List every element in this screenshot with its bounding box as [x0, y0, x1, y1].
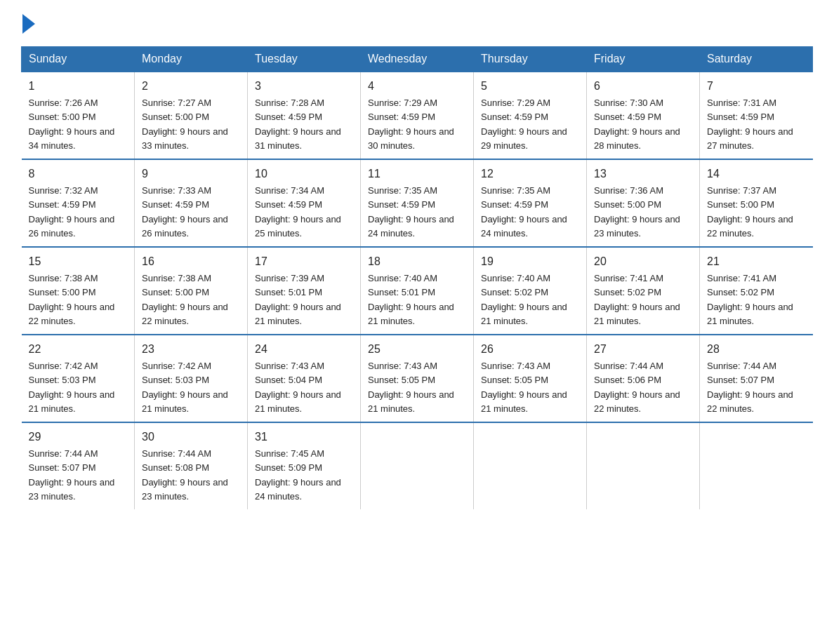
calendar-cell: 4Sunrise: 7:29 AMSunset: 4:59 PMDaylight…	[361, 72, 474, 159]
day-number: 13	[594, 166, 692, 182]
calendar-cell: 15Sunrise: 7:38 AMSunset: 5:00 PMDayligh…	[22, 247, 135, 335]
week-row-4: 22Sunrise: 7:42 AMSunset: 5:03 PMDayligh…	[22, 335, 813, 422]
day-number: 23	[142, 341, 240, 358]
weekday-header-friday: Friday	[587, 47, 700, 72]
week-row-3: 15Sunrise: 7:38 AMSunset: 5:00 PMDayligh…	[22, 247, 813, 335]
day-info: Sunrise: 7:41 AMSunset: 5:02 PMDaylight:…	[594, 273, 680, 326]
day-number: 14	[707, 166, 806, 182]
week-row-2: 8Sunrise: 7:32 AMSunset: 4:59 PMDaylight…	[22, 159, 813, 247]
calendar-cell: 28Sunrise: 7:44 AMSunset: 5:07 PMDayligh…	[700, 335, 813, 422]
day-info: Sunrise: 7:34 AMSunset: 4:59 PMDaylight:…	[255, 185, 341, 239]
calendar-cell: 2Sunrise: 7:27 AMSunset: 5:00 PMDaylight…	[135, 72, 248, 159]
day-number: 25	[368, 341, 466, 358]
day-number: 2	[142, 78, 240, 95]
day-number: 9	[142, 166, 240, 182]
day-info: Sunrise: 7:43 AMSunset: 5:04 PMDaylight:…	[255, 361, 341, 414]
calendar-cell: 21Sunrise: 7:41 AMSunset: 5:02 PMDayligh…	[700, 247, 813, 335]
days-of-week-row: SundayMondayTuesdayWednesdayThursdayFrid…	[22, 47, 813, 72]
day-number: 8	[29, 166, 128, 182]
day-number: 1	[29, 78, 128, 95]
calendar-cell: 18Sunrise: 7:40 AMSunset: 5:01 PMDayligh…	[361, 247, 474, 335]
calendar-cell: 27Sunrise: 7:44 AMSunset: 5:06 PMDayligh…	[587, 335, 700, 422]
day-info: Sunrise: 7:36 AMSunset: 5:00 PMDaylight:…	[594, 185, 680, 239]
day-info: Sunrise: 7:43 AMSunset: 5:05 PMDaylight:…	[368, 361, 454, 414]
calendar-cell: 29Sunrise: 7:44 AMSunset: 5:07 PMDayligh…	[22, 422, 135, 509]
day-info: Sunrise: 7:31 AMSunset: 4:59 PMDaylight:…	[707, 98, 793, 151]
day-number: 7	[707, 78, 806, 95]
calendar-cell: 31Sunrise: 7:45 AMSunset: 5:09 PMDayligh…	[248, 422, 361, 509]
calendar-body: 1Sunrise: 7:26 AMSunset: 5:00 PMDaylight…	[22, 72, 813, 509]
calendar-cell: 23Sunrise: 7:42 AMSunset: 5:03 PMDayligh…	[135, 335, 248, 422]
calendar-cell	[474, 422, 587, 509]
calendar-header: SundayMondayTuesdayWednesdayThursdayFrid…	[22, 47, 813, 72]
day-info: Sunrise: 7:30 AMSunset: 4:59 PMDaylight:…	[594, 98, 680, 151]
calendar-cell	[587, 422, 700, 509]
day-number: 30	[142, 429, 240, 445]
day-number: 3	[255, 78, 353, 95]
calendar-cell: 13Sunrise: 7:36 AMSunset: 5:00 PMDayligh…	[587, 159, 700, 247]
calendar-cell: 3Sunrise: 7:28 AMSunset: 4:59 PMDaylight…	[248, 72, 361, 159]
day-info: Sunrise: 7:44 AMSunset: 5:06 PMDaylight:…	[594, 361, 680, 414]
day-number: 4	[368, 78, 466, 95]
day-info: Sunrise: 7:27 AMSunset: 5:00 PMDaylight:…	[142, 98, 228, 151]
day-number: 31	[255, 429, 353, 445]
day-number: 17	[255, 253, 353, 270]
day-number: 28	[707, 341, 806, 358]
day-info: Sunrise: 7:35 AMSunset: 4:59 PMDaylight:…	[368, 185, 454, 239]
day-info: Sunrise: 7:42 AMSunset: 5:03 PMDaylight:…	[142, 361, 228, 414]
day-number: 12	[481, 166, 579, 182]
day-info: Sunrise: 7:37 AMSunset: 5:00 PMDaylight:…	[707, 185, 793, 239]
day-info: Sunrise: 7:26 AMSunset: 5:00 PMDaylight:…	[29, 98, 115, 151]
calendar-cell: 20Sunrise: 7:41 AMSunset: 5:02 PMDayligh…	[587, 247, 700, 335]
calendar-cell: 14Sunrise: 7:37 AMSunset: 5:00 PMDayligh…	[700, 159, 813, 247]
day-number: 19	[481, 253, 579, 270]
calendar-table: SundayMondayTuesdayWednesdayThursdayFrid…	[21, 46, 813, 509]
day-info: Sunrise: 7:40 AMSunset: 5:01 PMDaylight:…	[368, 273, 454, 326]
week-row-5: 29Sunrise: 7:44 AMSunset: 5:07 PMDayligh…	[22, 422, 813, 509]
calendar-cell: 7Sunrise: 7:31 AMSunset: 4:59 PMDaylight…	[700, 72, 813, 159]
calendar-cell: 11Sunrise: 7:35 AMSunset: 4:59 PMDayligh…	[361, 159, 474, 247]
weekday-header-monday: Monday	[135, 47, 248, 72]
calendar-cell: 17Sunrise: 7:39 AMSunset: 5:01 PMDayligh…	[248, 247, 361, 335]
calendar-cell: 26Sunrise: 7:43 AMSunset: 5:05 PMDayligh…	[474, 335, 587, 422]
day-info: Sunrise: 7:29 AMSunset: 4:59 PMDaylight:…	[368, 98, 454, 151]
day-number: 16	[142, 253, 240, 270]
calendar-cell	[700, 422, 813, 509]
day-info: Sunrise: 7:44 AMSunset: 5:07 PMDaylight:…	[707, 361, 793, 414]
calendar-cell: 30Sunrise: 7:44 AMSunset: 5:08 PMDayligh…	[135, 422, 248, 509]
calendar-cell: 19Sunrise: 7:40 AMSunset: 5:02 PMDayligh…	[474, 247, 587, 335]
calendar-cell: 12Sunrise: 7:35 AMSunset: 4:59 PMDayligh…	[474, 159, 587, 247]
day-info: Sunrise: 7:40 AMSunset: 5:02 PMDaylight:…	[481, 273, 567, 326]
logo	[21, 14, 37, 34]
calendar-cell: 24Sunrise: 7:43 AMSunset: 5:04 PMDayligh…	[248, 335, 361, 422]
day-info: Sunrise: 7:45 AMSunset: 5:09 PMDaylight:…	[255, 448, 341, 502]
day-info: Sunrise: 7:41 AMSunset: 5:02 PMDaylight:…	[707, 273, 793, 326]
day-number: 22	[29, 341, 128, 358]
day-number: 6	[594, 78, 692, 95]
day-number: 26	[481, 341, 579, 358]
day-number: 21	[707, 253, 806, 270]
day-info: Sunrise: 7:43 AMSunset: 5:05 PMDaylight:…	[481, 361, 567, 414]
weekday-header-saturday: Saturday	[700, 47, 813, 72]
calendar-cell: 6Sunrise: 7:30 AMSunset: 4:59 PMDaylight…	[587, 72, 700, 159]
calendar-cell: 10Sunrise: 7:34 AMSunset: 4:59 PMDayligh…	[248, 159, 361, 247]
day-info: Sunrise: 7:38 AMSunset: 5:00 PMDaylight:…	[29, 273, 115, 326]
day-number: 20	[594, 253, 692, 270]
day-info: Sunrise: 7:35 AMSunset: 4:59 PMDaylight:…	[481, 185, 567, 239]
day-info: Sunrise: 7:32 AMSunset: 4:59 PMDaylight:…	[29, 185, 115, 239]
calendar-cell: 5Sunrise: 7:29 AMSunset: 4:59 PMDaylight…	[474, 72, 587, 159]
calendar-cell	[361, 422, 474, 509]
weekday-header-tuesday: Tuesday	[248, 47, 361, 72]
day-number: 5	[481, 78, 579, 95]
day-number: 18	[368, 253, 466, 270]
day-info: Sunrise: 7:38 AMSunset: 5:00 PMDaylight:…	[142, 273, 228, 326]
calendar-cell: 8Sunrise: 7:32 AMSunset: 4:59 PMDaylight…	[22, 159, 135, 247]
calendar-cell: 16Sunrise: 7:38 AMSunset: 5:00 PMDayligh…	[135, 247, 248, 335]
weekday-header-sunday: Sunday	[22, 47, 135, 72]
logo-arrow-icon	[22, 14, 35, 34]
day-number: 10	[255, 166, 353, 182]
week-row-1: 1Sunrise: 7:26 AMSunset: 5:00 PMDaylight…	[22, 72, 813, 159]
day-info: Sunrise: 7:39 AMSunset: 5:01 PMDaylight:…	[255, 273, 341, 326]
day-number: 11	[368, 166, 466, 182]
weekday-header-wednesday: Wednesday	[361, 47, 474, 72]
